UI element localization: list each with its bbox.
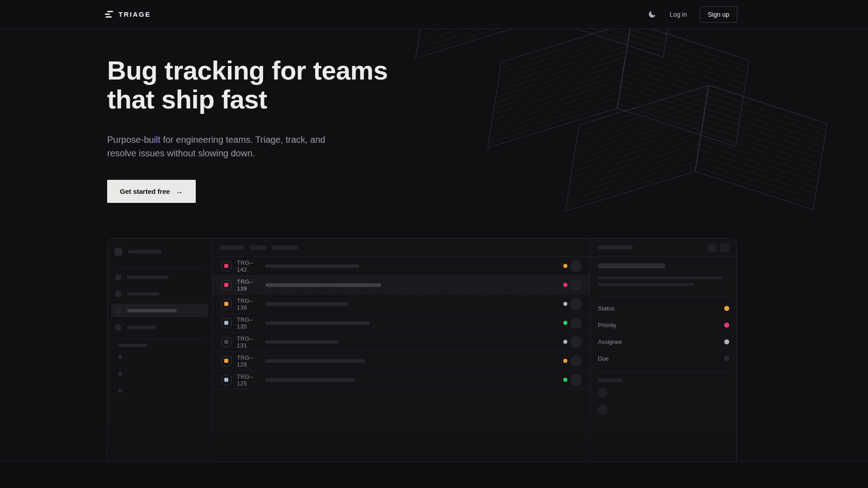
issue-type-icon (222, 299, 231, 309)
sidebar-item (111, 270, 208, 284)
mockup-issue-list: TRG–142 TRG–139 TRG–138 TR (212, 239, 590, 461)
brand-logo: TRIAGE (105, 10, 151, 18)
panel-action-button (708, 243, 717, 252)
due-value-dot (724, 356, 729, 361)
issue-type-icon (222, 375, 231, 385)
sidebar-item-active (111, 304, 208, 317)
issue-row: TRG–128 (212, 352, 590, 371)
status-dot (563, 340, 567, 344)
avatar (570, 355, 582, 367)
hero-title: Bug tracking for teams that ship fast (107, 56, 388, 114)
app-mockup-window: TRG–142 TRG–139 TRG–138 TR (107, 238, 737, 461)
top-nav: TRIAGE Log in Sign up (0, 0, 868, 29)
hero-subtitle: Purpose-built for engineering teams. Tri… (107, 133, 325, 160)
triage-logo-icon (105, 11, 113, 18)
wireframe-ribbon (565, 66, 830, 251)
mockup-workspace (114, 248, 161, 256)
status-dot (563, 264, 567, 268)
issue-row: TRG–135 (212, 314, 590, 333)
issue-type-icon (222, 280, 231, 290)
sidebar-item (111, 287, 208, 300)
avatar (570, 317, 582, 329)
wireframe-ribbon (487, 29, 752, 188)
issue-type-icon (222, 356, 231, 366)
issue-row: TRG–138 (212, 295, 590, 314)
login-link[interactable]: Log in (670, 11, 687, 18)
mockup-detail-header (590, 239, 736, 257)
wireframe-ribbon (415, 29, 679, 99)
moon-icon (648, 10, 656, 19)
hero-section: Bug tracking for teams that ship fast Pu… (0, 29, 868, 461)
property-row-status: Status (598, 300, 729, 317)
avatar (570, 260, 582, 272)
get-started-button[interactable]: Get started free → (107, 180, 196, 203)
priority-value-dot (724, 323, 729, 328)
property-row-assignee: Assignee (598, 333, 729, 350)
activity-avatar (598, 388, 608, 398)
status-value-dot (724, 306, 729, 311)
footer (0, 461, 868, 488)
issue-type-icon (222, 261, 231, 271)
avatar (570, 374, 582, 386)
sidebar-item (111, 320, 208, 334)
mockup-list-header (212, 239, 590, 257)
arrow-right-icon: → (175, 187, 183, 196)
issue-type-icon (222, 318, 231, 328)
property-row-priority: Priority (598, 317, 729, 333)
theme-toggle-button[interactable] (647, 9, 657, 19)
assignee-value-dot (724, 339, 729, 344)
issue-row: TRG–142 (212, 257, 590, 276)
status-dot (563, 378, 567, 382)
avatar (570, 279, 582, 291)
mockup-sidebar (108, 239, 212, 461)
avatar (570, 336, 582, 348)
mockup-detail-panel: Status Priority Assignee Due (590, 239, 736, 461)
signup-button[interactable]: Sign up (700, 6, 737, 23)
status-dot (563, 359, 567, 363)
workspace-icon (114, 248, 123, 256)
property-row-due: Due (598, 350, 729, 367)
brand-name: TRIAGE (118, 10, 151, 18)
status-dot (563, 321, 567, 325)
status-dot (563, 302, 567, 306)
activity-avatar (598, 405, 608, 415)
issue-type-icon (222, 337, 231, 347)
status-dot (563, 283, 567, 287)
issue-row: TRG–125 (212, 371, 590, 389)
issue-row: TRG–131 (212, 333, 590, 352)
issue-row-selected: TRG–139 (212, 276, 590, 295)
panel-action-button (720, 243, 729, 252)
avatar (570, 298, 582, 310)
